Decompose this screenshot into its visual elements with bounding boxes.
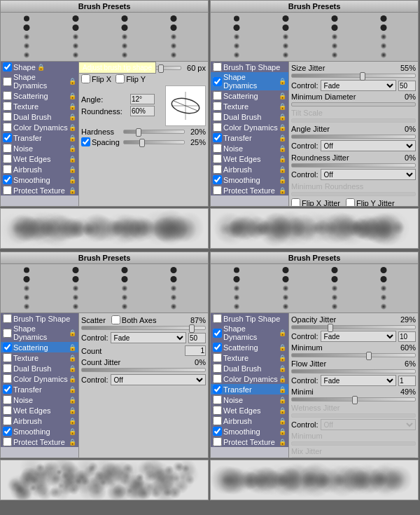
flip-x-jitter-label: Flip X Jitter: [302, 199, 340, 207]
flip-x-jitter-checkbox[interactable]: Flip X Jitter: [291, 198, 340, 206]
both-axes-checkbox[interactable]: Both Axes: [111, 315, 157, 324]
sidebar-item-color-dynamics[interactable]: Color Dynamics🔒: [1, 122, 78, 132]
sidebar-br-airbrush[interactable]: Airbrush🔒: [211, 416, 288, 426]
sidebar-bl-texture[interactable]: Texture🔒: [1, 352, 78, 363]
control-num[interactable]: [398, 81, 416, 91]
sidebar-bl-protect-texture[interactable]: Protect Texture🔒: [1, 437, 78, 447]
spacing-slider[interactable]: [123, 140, 185, 144]
control-label: Control:: [291, 81, 318, 90]
sidebar-bl-dual-brush[interactable]: Dual Brush🔒: [1, 363, 78, 373]
min-diameter-value: 0%: [396, 92, 416, 101]
br-control3-select[interactable]: Off: [321, 419, 416, 430]
sidebar-tr-smoothing[interactable]: Smoothing🔒: [211, 174, 288, 185]
angle-jitter-value: 0%: [396, 125, 416, 133]
count-input[interactable]: [185, 345, 206, 356]
bl-control-num[interactable]: [188, 333, 206, 343]
size-jitter-label: Size Jitter: [291, 64, 396, 72]
count-jitter-label: Count Jitter: [81, 358, 186, 366]
sidebar-br-scattering[interactable]: Scattering🔒: [211, 342, 288, 352]
sidebar-br-noise[interactable]: Noise🔒: [211, 394, 288, 405]
sidebar-bl-noise[interactable]: Noise🔒: [1, 394, 78, 405]
sidebar-item-protect-texture[interactable]: Protect Texture🔒: [1, 185, 78, 195]
sidebar-tr-airbrush[interactable]: Airbrush🔒: [211, 164, 288, 174]
sidebar-item-brush-tip-shape[interactable]: Shape 🔒 Adjust brush tip shape: [1, 62, 78, 72]
flow-jitter-slider[interactable]: [291, 369, 416, 373]
panel-top-right: Brush Presets Brush Tip Shape Shape Dyna…: [210, 0, 419, 207]
bl-control2-select[interactable]: Off: [111, 374, 206, 385]
br-minimum3-label: Minimum: [291, 432, 416, 440]
sidebar-item-transfer[interactable]: Transfer🔒: [1, 132, 78, 143]
br-control2-label: Control:: [291, 376, 318, 385]
sidebar-br-protect-texture[interactable]: Protect Texture🔒: [211, 437, 288, 447]
sidebar-bl-brush-tip[interactable]: Brush Tip Shape: [1, 313, 78, 324]
count-jitter-slider[interactable]: [81, 368, 206, 372]
flip-y-jitter-checkbox[interactable]: Flip Y Jitter: [346, 198, 395, 206]
sidebar-bl-wet-edges[interactable]: Wet Edges🔒: [1, 405, 78, 416]
control3-select[interactable]: Off: [321, 169, 416, 180]
sidebar-br-brush-tip[interactable]: Brush Tip Shape: [211, 313, 288, 324]
angle-jitter-slider[interactable]: [291, 135, 416, 139]
sidebar-br-dual-brush[interactable]: Dual Brush🔒: [211, 363, 288, 373]
sidebar-bl-smoothing[interactable]: Smoothing🔒: [1, 426, 78, 437]
sidebar-tr-dual-brush[interactable]: Dual Brush🔒: [211, 111, 288, 122]
sidebar-br-smoothing[interactable]: Smoothing🔒: [211, 426, 288, 437]
sidebar-bl-color-dynamics[interactable]: Color Dynamics🔒: [1, 373, 78, 384]
sidebar-item-texture[interactable]: Texture🔒: [1, 101, 78, 111]
sidebar-br-transfer[interactable]: Transfer🔒: [211, 384, 288, 394]
sidebar-top-right: Brush Tip Shape Shape Dynamics🔒 Scatteri…: [211, 62, 289, 206]
min-diameter-slider[interactable]: [291, 102, 416, 107]
sidebar-tr-texture[interactable]: Texture🔒: [211, 101, 288, 111]
br-control-num[interactable]: [398, 331, 416, 342]
angle-input[interactable]: [130, 94, 155, 104]
sidebar-br-shape-dynamics[interactable]: Shape Dynamics🔒: [211, 324, 288, 342]
sidebar-tr-scattering[interactable]: Scattering🔒: [211, 90, 288, 101]
sidebar-item-shape-dynamics[interactable]: Shape Dynamics🔒: [1, 72, 78, 90]
control2-select[interactable]: Off: [321, 140, 416, 151]
sidebar-bl-transfer[interactable]: Transfer🔒: [1, 384, 78, 394]
sidebar-tr-noise[interactable]: Noise🔒: [211, 143, 288, 153]
sidebar-br-color-dynamics[interactable]: Color Dynamics🔒: [211, 373, 288, 384]
sidebar-item-dual-brush[interactable]: Dual Brush🔒: [1, 111, 78, 122]
sidebar-item-scattering[interactable]: Scattering🔒: [1, 90, 78, 101]
br-control2-num[interactable]: [398, 376, 416, 386]
angle-preview: [165, 85, 206, 126]
sidebar-bl-scattering[interactable]: Scattering🔒: [1, 342, 78, 352]
tooltip-adjust: Adjust brush tip shape: [78, 62, 156, 74]
sidebar-tr-color-dynamics[interactable]: Color Dynamics🔒: [211, 122, 288, 132]
br-control-select[interactable]: Fade: [321, 331, 396, 342]
minimum-slider[interactable]: [291, 353, 416, 357]
size-jitter-slider[interactable]: [291, 74, 416, 78]
flip-x-checkbox[interactable]: Flip X: [81, 74, 111, 83]
sidebar-item-wet-edges[interactable]: Wet Edges🔒: [1, 153, 78, 164]
sidebar-item-smoothing[interactable]: Smoothing🔒: [1, 174, 78, 185]
control-select[interactable]: Fade: [321, 80, 396, 91]
sidebar-item-airbrush[interactable]: Airbrush🔒: [1, 164, 78, 174]
roundness-input[interactable]: [130, 106, 155, 116]
br-control2-select[interactable]: Fade: [321, 375, 396, 386]
bl-control-select[interactable]: Fade: [111, 332, 186, 343]
roundness-label: Roundness:: [81, 107, 130, 116]
br-minimum-value: 60%: [396, 343, 416, 352]
sidebar-bl-airbrush[interactable]: Airbrush🔒: [1, 416, 78, 426]
roundness-jitter-slider[interactable]: [291, 163, 416, 167]
minimi-slider[interactable]: [291, 397, 416, 401]
br-control-label: Control:: [291, 332, 318, 341]
sidebar-tr-shape-dynamics[interactable]: Shape Dynamics🔒: [211, 72, 288, 90]
sidebar-tr-brush-tip[interactable]: Brush Tip Shape: [211, 62, 288, 72]
hardness-slider[interactable]: [123, 130, 185, 134]
panel-top-left: Brush Presets Shape 🔒 Adjust brush tip s…: [0, 0, 209, 207]
opacity-jitter-slider[interactable]: [291, 325, 416, 329]
sidebar-br-wet-edges[interactable]: Wet Edges🔒: [211, 405, 288, 416]
sidebar-tr-protect-texture[interactable]: Protect Texture🔒: [211, 185, 288, 195]
minimi-value: 49%: [396, 387, 416, 396]
hardness-label: Hardness: [81, 128, 123, 136]
sidebar-tr-wet-edges[interactable]: Wet Edges🔒: [211, 153, 288, 164]
sidebar-bl-shape-dynamics[interactable]: Shape Dynamics🔒: [1, 324, 78, 342]
br-minimum-label: Minimum: [291, 343, 396, 352]
flip-y-checkbox[interactable]: Flip Y: [115, 74, 146, 83]
spacing-checkbox[interactable]: Spacing: [81, 137, 123, 146]
sidebar-item-noise[interactable]: Noise🔒: [1, 143, 78, 153]
sidebar-tr-transfer[interactable]: Transfer🔒: [211, 132, 288, 143]
scatter-slider[interactable]: [81, 326, 206, 330]
sidebar-br-texture[interactable]: Texture🔒: [211, 352, 288, 363]
